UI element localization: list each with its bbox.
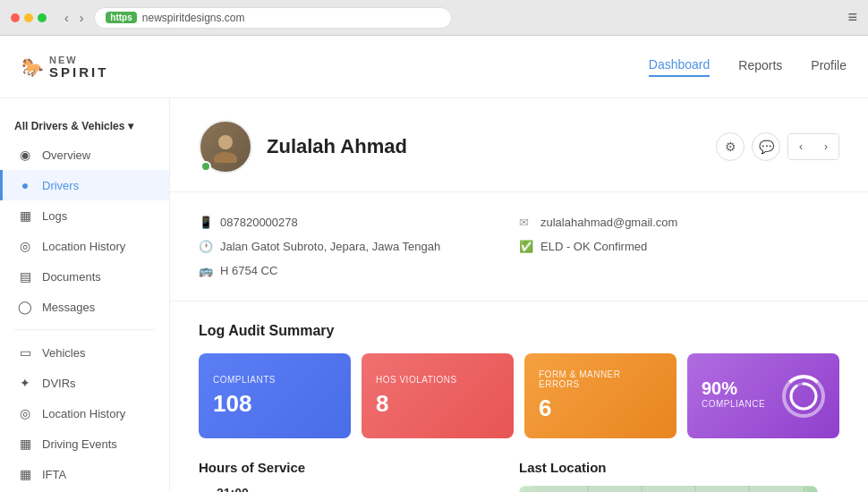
overview-icon: ◉ [17, 148, 33, 162]
messages-icon: ◯ [17, 300, 33, 314]
sidebar-divider [14, 329, 155, 330]
next-driver-button[interactable]: › [813, 134, 838, 159]
svg-rect-4 [534, 486, 803, 492]
logo-text: NEW SPIRIT [49, 55, 108, 79]
sidebar-label-logs: Logs [42, 209, 67, 223]
online-status-dot [200, 161, 211, 172]
avatar-image [209, 131, 242, 163]
logo-icon: 🐎 [21, 56, 44, 78]
phone-info: 📱 087820000278 [199, 210, 519, 234]
sidebar: All Drivers & Vehicles ▾ ◉ Overview ● Dr… [0, 98, 170, 492]
address-info: 🕐 Jalan Gatot Subroto, Jepara, Jawa Teng… [199, 234, 519, 259]
main-content: All Drivers & Vehicles ▾ ◉ Overview ● Dr… [0, 98, 868, 492]
sidebar-label-location2: Location History [42, 407, 125, 420]
sidebar-section-title[interactable]: All Drivers & Vehicles ▾ [0, 113, 169, 140]
audit-section: Log Audit Summary COMPLIANTS 108 HOS VIO… [170, 301, 868, 460]
compliance-value: 90% [702, 378, 765, 399]
settings-button[interactable]: ⚙ [716, 132, 745, 161]
close-dot [11, 13, 20, 22]
violations-value: 8 [376, 390, 499, 418]
driver-name: Zulalah Ahmad [267, 135, 702, 158]
sidebar-item-location-history-v[interactable]: ◎ Location History [0, 398, 169, 428]
app-container: 🐎 NEW SPIRIT Dashboard Reports Profile A… [0, 36, 868, 492]
sidebar-label-overview: Overview [42, 148, 90, 162]
sidebar-label-location: Location History [42, 240, 125, 253]
sidebar-item-drivers[interactable]: ● Drivers [0, 170, 169, 200]
forward-button[interactable]: › [76, 9, 88, 27]
header-actions: ⚙ 💬 ‹ › [716, 132, 839, 161]
logo-new: NEW [49, 55, 108, 65]
documents-icon: ▤ [17, 269, 33, 284]
phone-icon: 📱 [199, 216, 213, 229]
address-bar[interactable]: https newspiritdesigns.com [94, 7, 452, 29]
sidebar-label-documents: Documents [42, 270, 101, 284]
vehicle-icon: 🚌 [199, 264, 213, 277]
nav-profile[interactable]: Profile [811, 58, 847, 76]
driver-info: 📱 087820000278 ✉ zulalahahmad@gmail.com … [170, 192, 868, 301]
compliance-card: 90% COMPLIANCE [687, 353, 839, 438]
location-pin-icon: 🕐 [199, 240, 213, 253]
message-button[interactable]: 💬 [752, 132, 780, 161]
violations-label: HOS VIOLATIONS [376, 375, 499, 385]
sidebar-item-ifta[interactable]: ▦ IFTA [0, 459, 169, 489]
sidebar-item-logs[interactable]: ▦ Logs [0, 200, 169, 231]
vehicle-value: H 6754 CC [220, 264, 277, 277]
last-location-section: Last Location [519, 460, 839, 492]
location2-icon: ◎ [17, 406, 33, 420]
vehicle-info: 🚌 H 6754 CC [199, 259, 519, 283]
chevron-down-icon: ▾ [128, 120, 133, 132]
back-button[interactable]: ‹ [61, 9, 72, 27]
top-navigation: 🐎 NEW SPIRIT Dashboard Reports Profile [0, 36, 868, 98]
address-value: Jalan Gatot Subroto, Jepara, Jawa Tengah [220, 240, 440, 253]
sidebar-item-vehicles[interactable]: ▭ Vehicles [0, 337, 169, 368]
driver-header: Zulalah Ahmad ⚙ 💬 ‹ › [170, 98, 868, 192]
nav-dashboard[interactable]: Dashboard [649, 57, 711, 77]
sidebar-item-overview[interactable]: ◉ Overview [0, 140, 169, 170]
phone-value: 087820000278 [220, 216, 298, 229]
last-location-title: Last Location [519, 460, 818, 475]
compliants-card: COMPLIANTS 108 [199, 353, 351, 438]
audit-cards: COMPLIANTS 108 HOS VIOLATIONS 8 FORM & M… [199, 353, 839, 438]
sidebar-label-messages: Messages [42, 301, 95, 314]
sidebar-item-location-history[interactable]: ◎ Location History [0, 231, 169, 261]
hos-info-break: 21:00 BREAK [217, 486, 250, 492]
map-placeholder: Jepara Jawa Tengah [519, 486, 818, 492]
email-icon: ✉ [519, 216, 533, 229]
logs-icon: ▦ [17, 208, 33, 223]
sidebar-label-dvirs: DVIRs [42, 377, 76, 390]
sidebar-item-driving-events[interactable]: ▦ Driving Events [0, 428, 169, 459]
errors-value: 6 [539, 394, 662, 422]
nav-links: Dashboard Reports Profile [649, 57, 847, 77]
map-svg: Jepara Jawa Tengah [519, 486, 818, 492]
sidebar-label-ifta: IFTA [42, 468, 66, 481]
vehicles-icon: ▭ [17, 345, 33, 360]
errors-card: FORM & MANNER ERRORS 6 [524, 353, 677, 438]
sidebar-item-dvirs[interactable]: ✦ DVIRs [0, 368, 169, 398]
driving-icon: ▦ [17, 437, 33, 451]
email-value: zulalahahmad@gmail.com [540, 216, 677, 229]
eld-value: ELD - OK Confirmed [540, 240, 647, 253]
hos-title: Hours of Service [199, 460, 498, 475]
browser-navigation: ‹ › [61, 9, 87, 27]
nav-reports[interactable]: Reports [738, 58, 782, 76]
violations-card: HOS VIOLATIONS 8 [362, 353, 514, 438]
url-text: newspiritdesigns.com [142, 12, 245, 24]
sidebar-item-documents[interactable]: ▤ Documents [0, 261, 169, 292]
errors-label: FORM & MANNER ERRORS [539, 369, 662, 389]
email-info: ✉ zulalahahmad@gmail.com [519, 210, 839, 234]
hos-time-break: 21:00 [217, 486, 250, 492]
browser-dots [11, 13, 47, 22]
prev-driver-button[interactable]: ‹ [788, 134, 813, 159]
https-badge: https [106, 12, 136, 23]
compliants-label: COMPLIANTS [213, 375, 336, 385]
browser-chrome: ‹ › https newspiritdesigns.com ≡ [0, 0, 868, 36]
browser-menu-icon[interactable]: ≡ [847, 8, 857, 27]
pagination-arrows: ‹ › [787, 133, 839, 160]
avatar-wrap [199, 120, 252, 174]
sidebar-label-drivers: Drivers [42, 179, 79, 192]
bottom-section: Hours of Service 21:00 BREAK 35:00 DRIVE [170, 460, 868, 492]
sidebar-label-driving: Driving Events [42, 437, 117, 451]
eld-icon: ✅ [519, 240, 533, 253]
sidebar-item-messages[interactable]: ◯ Messages [0, 292, 169, 322]
location-icon: ◎ [17, 239, 33, 253]
